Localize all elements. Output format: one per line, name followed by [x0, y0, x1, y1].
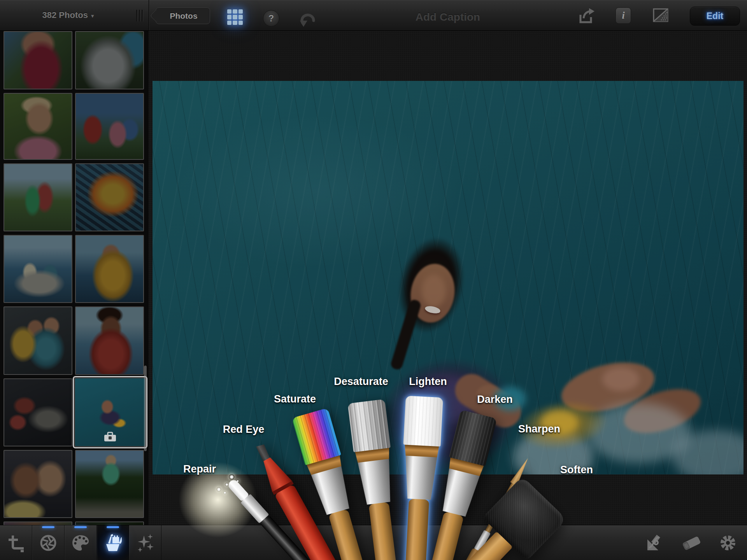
- brush-label-red-eye: Red Eye: [223, 424, 265, 436]
- brush-label-darken: Darken: [477, 394, 513, 406]
- photo-count-label: 382 Photos: [42, 10, 88, 20]
- brush-label-saturate: Saturate: [274, 393, 316, 405]
- thumbnail-photo[interactable]: [4, 93, 72, 160]
- thumbnail-photo[interactable]: [4, 235, 72, 303]
- edit-button[interactable]: Edit: [690, 7, 740, 26]
- photos-back-label: Photos: [168, 11, 197, 21]
- eraser-icon: [680, 533, 702, 553]
- sidebar-drag-handle[interactable]: [136, 10, 145, 21]
- share-button[interactable]: [577, 7, 596, 24]
- sidebar-scrollbar[interactable]: [144, 366, 147, 451]
- thumbnail-photo[interactable]: [4, 163, 72, 231]
- add-caption-field[interactable]: Add Caption: [416, 11, 480, 23]
- gear-icon: [719, 534, 737, 552]
- toolbar-divider: [149, 0, 149, 30]
- thumbnail-photo[interactable]: [75, 163, 144, 231]
- brush-label-desaturate: Desaturate: [334, 376, 388, 388]
- tool-crop[interactable]: [0, 525, 32, 560]
- brush-band: [404, 444, 439, 457]
- aperture-icon: [39, 534, 58, 552]
- photos-back-button[interactable]: Photos: [156, 7, 210, 24]
- sparkle-icon: [216, 487, 221, 492]
- show-original-button[interactable]: [652, 7, 669, 23]
- grid-view-icon[interactable]: [227, 9, 243, 25]
- thumbnail-photo[interactable]: [4, 378, 72, 446]
- iphoto-app: { "header": { "photo_count": "382 Photos…: [0, 0, 747, 560]
- undo-button[interactable]: [297, 11, 317, 28]
- show-original-icon: [652, 7, 669, 23]
- toolbox-badge-icon: [103, 432, 117, 443]
- sparkle-icon: [229, 474, 235, 480]
- thumbnail-photo[interactable]: [4, 306, 72, 375]
- top-toolbar: 382 Photos ▾ Photos ? Add Caption i: [0, 0, 747, 31]
- thumbnail-photo[interactable]: [4, 31, 72, 89]
- brush-ferrule: [310, 466, 354, 516]
- brushes-edits-indicator: [107, 526, 119, 528]
- sparkle-icon: [225, 483, 229, 486]
- brush-ferrule: [402, 456, 438, 500]
- thumbnail-photo[interactable]: [4, 450, 72, 518]
- brush-label-sharpen: Sharpen: [518, 423, 560, 435]
- tool-effects[interactable]: [129, 525, 161, 560]
- brush-label-soften: Soften: [560, 464, 593, 476]
- undo-icon: [297, 11, 317, 28]
- brushes-icon: [103, 533, 123, 553]
- thumbnail-photo[interactable]: [75, 306, 144, 375]
- thumbnail-sidebar: [0, 30, 149, 525]
- thumbnail-photo-selected[interactable]: [73, 376, 147, 448]
- brush-ferrule: [357, 459, 395, 506]
- thumbnail-photo[interactable]: [75, 450, 144, 518]
- eraser-button[interactable]: [679, 525, 703, 560]
- sparkle-icon: [236, 480, 239, 483]
- color-edits-indicator: [74, 526, 87, 528]
- help-button[interactable]: ?: [263, 10, 279, 26]
- edit-button-label: Edit: [707, 11, 723, 21]
- tool-exposure[interactable]: [32, 525, 65, 560]
- tool-color[interactable]: [65, 525, 97, 560]
- photo-count-dropdown[interactable]: 382 Photos ▾: [0, 0, 136, 30]
- sparkle-icon: [223, 491, 226, 494]
- brush-label-lighten: Lighten: [409, 376, 447, 388]
- question-mark-icon: ?: [268, 13, 274, 24]
- photo-dim-overlay: [153, 81, 743, 474]
- sparkles-icon: [135, 533, 155, 553]
- brush-bristles: [347, 399, 391, 452]
- thumbnail-photo-partial[interactable]: [75, 522, 144, 525]
- palette-icon: [71, 534, 90, 552]
- info-icon: i: [622, 10, 624, 21]
- crop-icon: [7, 534, 25, 552]
- thumbnail-photo-partial[interactable]: [4, 522, 72, 525]
- brush-bristles: [403, 396, 443, 446]
- photo-canvas[interactable]: [153, 81, 743, 474]
- info-button[interactable]: i: [615, 7, 631, 24]
- exposure-edits-indicator: [42, 526, 54, 528]
- thumbnail-photo[interactable]: [75, 31, 144, 89]
- brush-label-repair: Repair: [183, 463, 216, 475]
- brush-stroke-icon: [644, 532, 665, 553]
- settings-button[interactable]: [716, 525, 740, 560]
- show-strokes-button[interactable]: [643, 525, 667, 560]
- brush-ferrule: [438, 468, 480, 518]
- tool-brushes-selected[interactable]: [97, 525, 129, 560]
- thumbnail-photo[interactable]: [75, 235, 144, 303]
- thumbnail-photo[interactable]: [75, 93, 144, 160]
- share-icon: [577, 7, 596, 24]
- chevron-down-icon: ▾: [91, 11, 94, 19]
